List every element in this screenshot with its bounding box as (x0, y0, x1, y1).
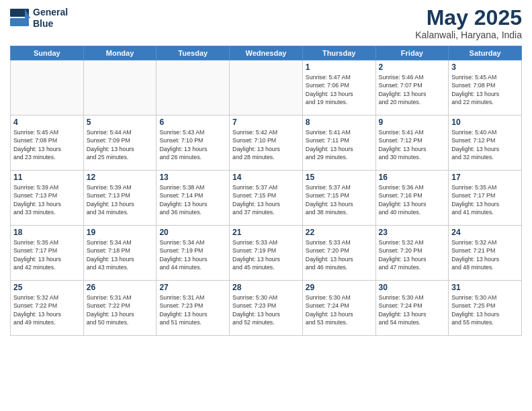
calendar-cell: 16Sunrise: 5:36 AM Sunset: 7:16 PM Dayli… (375, 171, 449, 226)
calendar-cell: 23Sunrise: 5:32 AM Sunset: 7:20 PM Dayli… (375, 226, 449, 281)
weekday-header-row: SundayMondayTuesdayWednesdayThursdayFrid… (11, 46, 522, 60)
svg-rect-1 (10, 18, 29, 26)
page: General Blue May 2025 Kalanwali, Haryana… (0, 0, 532, 411)
day-info: Sunrise: 5:31 AM Sunset: 7:22 PM Dayligh… (87, 293, 154, 326)
month-title: May 2025 (415, 7, 522, 28)
calendar-cell (83, 60, 157, 116)
calendar-cell: 28Sunrise: 5:30 AM Sunset: 7:23 PM Dayli… (230, 281, 303, 336)
day-number: 13 (159, 173, 226, 182)
calendar-cell: 5Sunrise: 5:44 AM Sunset: 7:09 PM Daylig… (83, 116, 157, 171)
day-info: Sunrise: 5:44 AM Sunset: 7:09 PM Dayligh… (87, 128, 154, 161)
calendar-cell: 12Sunrise: 5:39 AM Sunset: 7:13 PM Dayli… (83, 171, 157, 226)
day-info: Sunrise: 5:36 AM Sunset: 7:16 PM Dayligh… (379, 183, 446, 216)
day-number: 6 (159, 118, 226, 127)
day-info: Sunrise: 5:32 AM Sunset: 7:22 PM Dayligh… (13, 293, 81, 326)
day-info: Sunrise: 5:39 AM Sunset: 7:13 PM Dayligh… (87, 183, 154, 216)
weekday-header: Sunday (11, 46, 84, 60)
calendar-cell (11, 60, 84, 116)
calendar-cell: 11Sunrise: 5:39 AM Sunset: 7:13 PM Dayli… (11, 171, 84, 226)
day-number: 29 (306, 283, 373, 292)
calendar-cell: 21Sunrise: 5:33 AM Sunset: 7:19 PM Dayli… (230, 226, 303, 281)
day-info: Sunrise: 5:46 AM Sunset: 7:07 PM Dayligh… (379, 73, 446, 106)
calendar-cell: 19Sunrise: 5:34 AM Sunset: 7:18 PM Dayli… (83, 226, 157, 281)
day-number: 31 (451, 283, 519, 292)
day-info: Sunrise: 5:32 AM Sunset: 7:20 PM Dayligh… (379, 238, 446, 271)
day-info: Sunrise: 5:45 AM Sunset: 7:08 PM Dayligh… (13, 128, 81, 161)
day-info: Sunrise: 5:30 AM Sunset: 7:24 PM Dayligh… (306, 293, 373, 326)
day-number: 28 (232, 283, 300, 292)
day-info: Sunrise: 5:47 AM Sunset: 7:06 PM Dayligh… (306, 73, 373, 106)
day-number: 16 (379, 173, 446, 182)
day-number: 18 (13, 228, 81, 237)
day-number: 27 (159, 283, 226, 292)
day-number: 14 (232, 173, 300, 182)
calendar-cell: 3Sunrise: 5:45 AM Sunset: 7:08 PM Daylig… (449, 60, 522, 116)
day-number: 1 (306, 62, 373, 72)
day-number: 22 (306, 228, 373, 237)
day-info: Sunrise: 5:33 AM Sunset: 7:19 PM Dayligh… (232, 238, 300, 271)
calendar: SundayMondayTuesdayWednesdayThursdayFrid… (10, 46, 522, 336)
calendar-cell: 18Sunrise: 5:35 AM Sunset: 7:17 PM Dayli… (11, 226, 84, 281)
day-info: Sunrise: 5:43 AM Sunset: 7:10 PM Dayligh… (159, 128, 226, 161)
day-number: 9 (379, 118, 446, 127)
logo-text: General Blue (33, 7, 68, 30)
calendar-cell: 4Sunrise: 5:45 AM Sunset: 7:08 PM Daylig… (11, 116, 84, 171)
calendar-cell: 17Sunrise: 5:35 AM Sunset: 7:17 PM Dayli… (449, 171, 522, 226)
day-info: Sunrise: 5:37 AM Sunset: 7:15 PM Dayligh… (306, 183, 373, 216)
calendar-cell: 26Sunrise: 5:31 AM Sunset: 7:22 PM Dayli… (83, 281, 157, 336)
day-number: 8 (306, 118, 373, 127)
day-info: Sunrise: 5:34 AM Sunset: 7:18 PM Dayligh… (87, 238, 154, 271)
weekday-header: Thursday (302, 46, 375, 60)
day-number: 20 (159, 228, 226, 237)
day-info: Sunrise: 5:34 AM Sunset: 7:19 PM Dayligh… (159, 238, 226, 271)
calendar-cell: 27Sunrise: 5:31 AM Sunset: 7:23 PM Dayli… (157, 281, 230, 336)
calendar-cell: 29Sunrise: 5:30 AM Sunset: 7:24 PM Dayli… (302, 281, 375, 336)
calendar-cell: 6Sunrise: 5:43 AM Sunset: 7:10 PM Daylig… (157, 116, 230, 171)
title-area: May 2025 Kalanwali, Haryana, India (415, 7, 522, 40)
day-number: 24 (451, 228, 519, 237)
day-number: 3 (451, 62, 519, 72)
calendar-week-row: 1Sunrise: 5:47 AM Sunset: 7:06 PM Daylig… (11, 60, 522, 116)
day-number: 7 (232, 118, 300, 127)
day-info: Sunrise: 5:41 AM Sunset: 7:12 PM Dayligh… (379, 128, 446, 161)
calendar-cell (230, 60, 303, 116)
day-info: Sunrise: 5:30 AM Sunset: 7:24 PM Dayligh… (379, 293, 446, 326)
day-info: Sunrise: 5:30 AM Sunset: 7:25 PM Dayligh… (451, 293, 519, 326)
day-info: Sunrise: 5:37 AM Sunset: 7:15 PM Dayligh… (232, 183, 300, 216)
calendar-cell: 25Sunrise: 5:32 AM Sunset: 7:22 PM Dayli… (11, 281, 84, 336)
location-title: Kalanwali, Haryana, India (415, 30, 522, 40)
day-number: 30 (379, 283, 446, 292)
calendar-week-row: 25Sunrise: 5:32 AM Sunset: 7:22 PM Dayli… (11, 281, 522, 336)
day-number: 11 (13, 173, 81, 182)
calendar-cell: 9Sunrise: 5:41 AM Sunset: 7:12 PM Daylig… (375, 116, 449, 171)
calendar-week-row: 4Sunrise: 5:45 AM Sunset: 7:08 PM Daylig… (11, 116, 522, 171)
day-info: Sunrise: 5:33 AM Sunset: 7:20 PM Dayligh… (306, 238, 373, 271)
calendar-cell: 8Sunrise: 5:41 AM Sunset: 7:11 PM Daylig… (302, 116, 375, 171)
day-number: 4 (13, 118, 81, 127)
day-info: Sunrise: 5:31 AM Sunset: 7:23 PM Dayligh… (159, 293, 226, 326)
weekday-header: Saturday (449, 46, 522, 60)
day-info: Sunrise: 5:30 AM Sunset: 7:23 PM Dayligh… (232, 293, 300, 326)
logo-icon (10, 9, 30, 28)
calendar-cell: 30Sunrise: 5:30 AM Sunset: 7:24 PM Dayli… (375, 281, 449, 336)
calendar-cell: 24Sunrise: 5:32 AM Sunset: 7:21 PM Dayli… (449, 226, 522, 281)
day-number: 15 (306, 173, 373, 182)
calendar-cell: 14Sunrise: 5:37 AM Sunset: 7:15 PM Dayli… (230, 171, 303, 226)
calendar-cell: 10Sunrise: 5:40 AM Sunset: 7:12 PM Dayli… (449, 116, 522, 171)
weekday-header: Monday (83, 46, 157, 60)
calendar-cell: 15Sunrise: 5:37 AM Sunset: 7:15 PM Dayli… (302, 171, 375, 226)
weekday-header: Tuesday (157, 46, 230, 60)
day-info: Sunrise: 5:40 AM Sunset: 7:12 PM Dayligh… (451, 128, 519, 161)
calendar-cell: 2Sunrise: 5:46 AM Sunset: 7:07 PM Daylig… (375, 60, 449, 116)
day-info: Sunrise: 5:42 AM Sunset: 7:10 PM Dayligh… (232, 128, 300, 161)
day-number: 5 (87, 118, 154, 127)
day-info: Sunrise: 5:41 AM Sunset: 7:11 PM Dayligh… (306, 128, 373, 161)
day-number: 23 (379, 228, 446, 237)
calendar-cell: 22Sunrise: 5:33 AM Sunset: 7:20 PM Dayli… (302, 226, 375, 281)
day-info: Sunrise: 5:45 AM Sunset: 7:08 PM Dayligh… (451, 73, 519, 106)
calendar-cell: 13Sunrise: 5:38 AM Sunset: 7:14 PM Dayli… (157, 171, 230, 226)
calendar-cell: 7Sunrise: 5:42 AM Sunset: 7:10 PM Daylig… (230, 116, 303, 171)
calendar-cell: 31Sunrise: 5:30 AM Sunset: 7:25 PM Dayli… (449, 281, 522, 336)
day-number: 25 (13, 283, 81, 292)
weekday-header: Wednesday (230, 46, 303, 60)
